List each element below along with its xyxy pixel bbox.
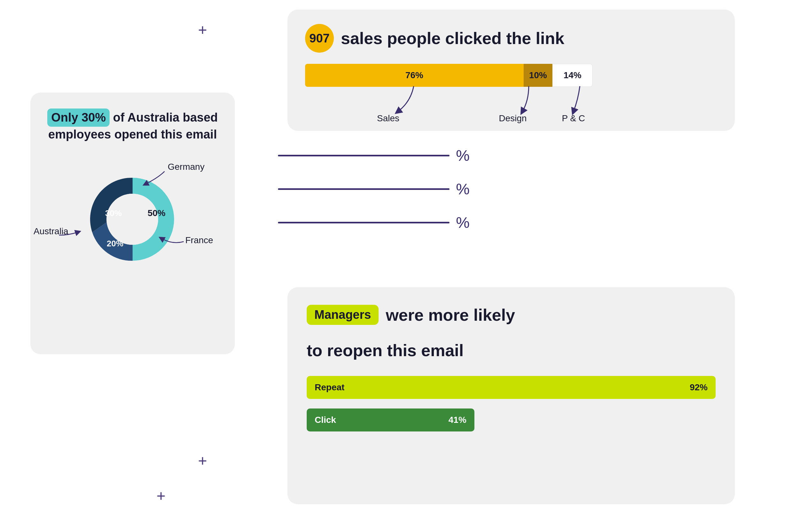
svg-text:Design: Design <box>499 113 526 123</box>
svg-text:30%: 30% <box>105 208 122 218</box>
svg-text:50%: 50% <box>148 208 165 218</box>
line-bar-3 <box>278 222 450 223</box>
percent-lines-section: % % % <box>278 147 470 247</box>
managers-card: Managers were more likely to reopen this… <box>288 287 735 504</box>
bar-arrows-svg: Sales Design P & C <box>305 83 609 125</box>
repeat-bar: Repeat 92% <box>307 376 715 399</box>
sales-click-card: 907 sales people clicked the link 76% 10… <box>288 10 735 131</box>
percent-line-1: % <box>278 147 470 164</box>
percent-sign-2: % <box>456 180 470 198</box>
donut-chart-wrap: 50% 20% 30% Germany France Australia <box>66 152 200 286</box>
repeat-value: 92% <box>690 382 708 393</box>
click-bar: Click 41% <box>307 408 474 432</box>
managers-text2: to reopen this email <box>307 341 715 360</box>
svg-text:Australia: Australia <box>34 226 68 236</box>
card-title: Only 30% of Australia basedemployees ope… <box>43 109 222 142</box>
stat-badge: 907 <box>305 24 334 53</box>
managers-text1: were more likely <box>386 305 515 325</box>
percent-sign-3: % <box>456 214 470 231</box>
donut-svg: 50% 20% 30% <box>66 152 200 286</box>
plus-icon-1: + <box>198 22 207 38</box>
highlight-badge: Only 30% <box>47 109 110 127</box>
click-value: 41% <box>449 415 467 425</box>
line-bar-1 <box>278 155 450 156</box>
line-bar-2 <box>278 188 450 190</box>
stat-text: sales people clicked the link <box>341 29 564 48</box>
click-bar-item: Click 41% <box>307 408 715 432</box>
percent-line-2: % <box>278 180 470 198</box>
svg-text:P & C: P & C <box>562 113 585 123</box>
managers-badge: Managers <box>307 305 379 325</box>
percent-sign-1: % <box>456 147 470 164</box>
bar-chart-area: 76% 10% 14% <box>305 64 717 87</box>
percent-line-3: % <box>278 214 470 231</box>
canvas: + + + + 907 sales people clicked the lin… <box>0 0 799 532</box>
plus-icon-3: + <box>198 453 207 469</box>
svg-point-3 <box>107 194 158 245</box>
svg-text:20%: 20% <box>107 239 123 248</box>
managers-header: Managers were more likely <box>307 305 715 325</box>
plus-icon-4: + <box>157 488 165 504</box>
badge-number: 907 <box>309 32 329 45</box>
click-label: Click <box>315 415 336 425</box>
stat-header: 907 sales people clicked the link <box>305 24 717 53</box>
svg-text:Sales: Sales <box>377 113 399 123</box>
repeat-bar-item: Repeat 92% <box>307 376 715 399</box>
repeat-label: Repeat <box>315 382 344 393</box>
australia-email-card: Only 30% of Australia basedemployees ope… <box>30 93 235 354</box>
